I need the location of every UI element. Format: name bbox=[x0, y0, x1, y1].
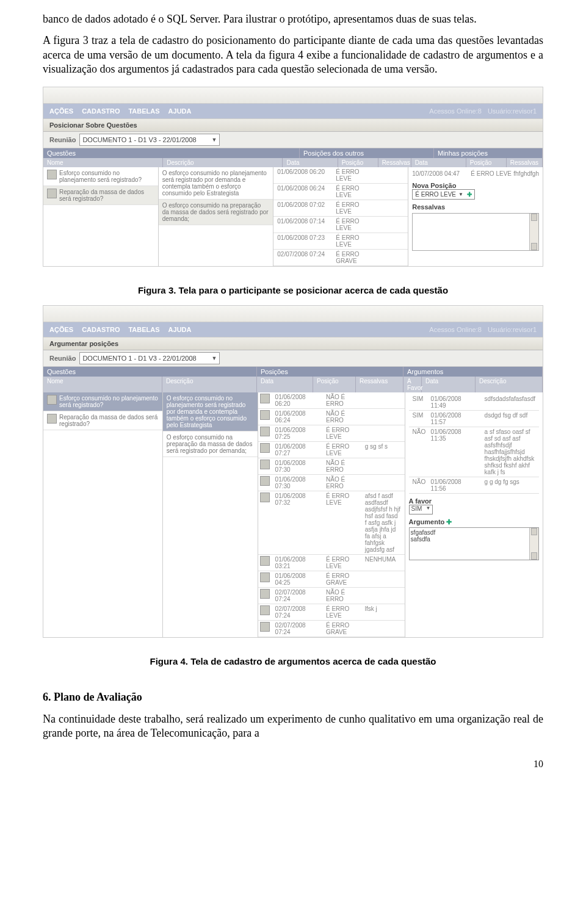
subcol-nome: Nome bbox=[43, 377, 162, 392]
section-6-heading: 6. Plano de Avaliação bbox=[43, 691, 543, 704]
arg-afavor: SIM bbox=[409, 394, 427, 410]
arg-data: 01/06/2008 11:35 bbox=[427, 427, 481, 477]
questao-row[interactable]: Reparação da massa de dados será registr… bbox=[43, 411, 162, 430]
main-menu: AÇÕES CADASTRO TABELAS AJUDA Acessos Onl… bbox=[43, 104, 543, 118]
col-questoes: Questões bbox=[43, 367, 257, 377]
figure-3-screenshot: AÇÕES CADASTRO TABELAS AJUDA Acessos Onl… bbox=[43, 87, 543, 267]
item-icon bbox=[47, 395, 57, 405]
menu-acoes[interactable]: AÇÕES bbox=[49, 326, 73, 333]
mp-ressalva: fhfghdfgh bbox=[513, 170, 539, 177]
menu-cadastro[interactable]: CADASTRO bbox=[82, 326, 120, 333]
scrollbar[interactable] bbox=[529, 528, 538, 560]
menu-ajuda[interactable]: AJUDA bbox=[168, 326, 192, 333]
po-data: 01/06/2008 03:21 bbox=[272, 555, 322, 571]
nova-posicao-label: Nova Posição bbox=[412, 182, 539, 189]
item-icon[interactable] bbox=[260, 394, 270, 403]
po-posicao: É ERRO LEVE bbox=[332, 217, 375, 233]
po-ressalva: NENHUMA bbox=[361, 555, 405, 571]
window-titlebar bbox=[43, 306, 543, 322]
acessos-label: Acessos Online: bbox=[429, 326, 477, 333]
menu-ajuda[interactable]: AJUDA bbox=[168, 107, 192, 115]
afavor-select[interactable]: SIM▼ bbox=[409, 505, 433, 514]
po-ressalva bbox=[375, 233, 408, 249]
po-ressalva bbox=[375, 217, 408, 233]
item-icon[interactable] bbox=[260, 427, 270, 436]
questao-row[interactable]: Esforço consumido no planejamento será r… bbox=[43, 167, 158, 186]
col-posicoes: Posições bbox=[257, 367, 403, 377]
questao-desc: O esforço consumido no planejamento será… bbox=[159, 167, 273, 200]
subcol-posicao: Posição bbox=[313, 377, 356, 392]
chevron-down-icon: ▼ bbox=[211, 137, 217, 143]
arg-afavor: NÃO bbox=[409, 477, 427, 493]
po-posicao: NÃO É ERRO bbox=[322, 392, 361, 408]
po-posicao: NÃO É ERRO bbox=[322, 458, 361, 474]
item-icon[interactable] bbox=[260, 556, 270, 566]
po-posicao: É ERRO LEVE bbox=[322, 491, 361, 554]
item-icon[interactable] bbox=[260, 476, 270, 486]
po-data: 01/06/2008 07:27 bbox=[272, 442, 322, 458]
item-icon[interactable] bbox=[260, 460, 270, 469]
item-icon[interactable] bbox=[260, 443, 270, 453]
po-posicao: É ERRO LEVE bbox=[332, 184, 375, 200]
chevron-down-icon: ▼ bbox=[211, 355, 217, 361]
mp-posicao: É ERRO LEVE bbox=[471, 170, 513, 177]
nova-posicao-select[interactable]: É ERRO LEVE▼✚ bbox=[412, 189, 475, 200]
po-posicao: É ERRO LEVE bbox=[322, 425, 361, 441]
usuario-value: revisor1 bbox=[513, 326, 537, 333]
usuario-label: Usuário: bbox=[488, 107, 513, 115]
po-data: 01/06/2008 07:30 bbox=[272, 458, 322, 474]
po-data: 02/07/2008 07:24 bbox=[273, 250, 332, 265]
po-posicao: É ERRO LEVE bbox=[332, 233, 375, 249]
po-posicao: É ERRO LEVE bbox=[332, 167, 375, 183]
section-title: Argumentar posições bbox=[43, 337, 543, 350]
item-icon[interactable] bbox=[260, 572, 270, 582]
subcol-arg-data: Data bbox=[422, 377, 476, 392]
subcol-descricao: Descrição bbox=[162, 377, 257, 392]
subcol-descricao: Descrição bbox=[163, 158, 283, 167]
po-ressalva bbox=[361, 409, 405, 425]
menu-tabelas[interactable]: TABELAS bbox=[128, 107, 159, 115]
questao-row-selected[interactable]: Esforço consumido no planejamento será r… bbox=[43, 392, 162, 411]
argumento-textarea[interactable]: sfgafasdf safsdfa bbox=[409, 527, 539, 560]
item-icon[interactable] bbox=[260, 410, 270, 420]
argumento-label: Argumento ✚ bbox=[409, 518, 539, 526]
arg-desc: a sf sfaso oasf sf asf sd asf asf asfsfh… bbox=[481, 427, 539, 477]
reuniao-select[interactable]: DOCUMENTO 1 - D1 V3 - 22/01/2008▼ bbox=[79, 134, 220, 146]
add-icon[interactable]: ✚ bbox=[446, 518, 452, 525]
reuniao-select[interactable]: DOCUMENTO 1 - D1 V3 - 22/01/2008▼ bbox=[79, 352, 220, 364]
po-data: 01/06/2008 06:24 bbox=[272, 409, 322, 425]
subcol-afavor: A Favor bbox=[403, 377, 422, 392]
item-icon[interactable] bbox=[260, 493, 270, 502]
questao-desc: O esforço consumido no planejamento será… bbox=[163, 392, 258, 431]
subcol-data: Data bbox=[283, 158, 338, 167]
section-6-para: Na continuidade deste trabalho, será rea… bbox=[43, 712, 543, 741]
col-minhas-posicoes: Minhas posições bbox=[434, 148, 543, 158]
po-posicao: NÃO É ERRO bbox=[322, 588, 361, 604]
chevron-down-icon: ▼ bbox=[458, 192, 463, 197]
po-data: 01/06/2008 07:25 bbox=[272, 425, 322, 441]
po-posicao: NÃO É ERRO bbox=[322, 409, 361, 425]
item-icon[interactable] bbox=[260, 605, 270, 615]
subcol-mp-ressalvas: Ressalvas bbox=[507, 158, 543, 167]
po-ressalva bbox=[375, 250, 408, 265]
po-ressalva bbox=[361, 621, 405, 637]
menu-cadastro[interactable]: CADASTRO bbox=[82, 107, 120, 115]
menu-acoes[interactable]: AÇÕES bbox=[49, 107, 73, 115]
po-data: 01/06/2008 06:20 bbox=[272, 392, 322, 408]
ressalvas-textarea[interactable] bbox=[412, 213, 539, 251]
menu-tabelas[interactable]: TABELAS bbox=[128, 326, 159, 333]
questao-row[interactable]: Reparação da massa de dados será registr… bbox=[43, 186, 158, 205]
po-data: 02/07/2008 07:24 bbox=[272, 588, 322, 604]
po-posicao: É ERRO LEVE bbox=[322, 604, 361, 620]
po-data: 02/07/2008 07:24 bbox=[272, 604, 322, 620]
po-ressalva bbox=[361, 392, 405, 408]
scrollbar[interactable] bbox=[529, 214, 538, 250]
item-icon[interactable] bbox=[260, 589, 270, 599]
item-icon bbox=[47, 189, 57, 198]
arg-desc: dsdgd fsg df sdf bbox=[481, 411, 539, 427]
add-icon[interactable]: ✚ bbox=[467, 191, 472, 198]
item-icon[interactable] bbox=[260, 622, 270, 632]
po-ressalva bbox=[361, 425, 405, 441]
po-data: 02/07/2008 07:24 bbox=[272, 621, 322, 637]
po-ressalva bbox=[375, 167, 408, 183]
